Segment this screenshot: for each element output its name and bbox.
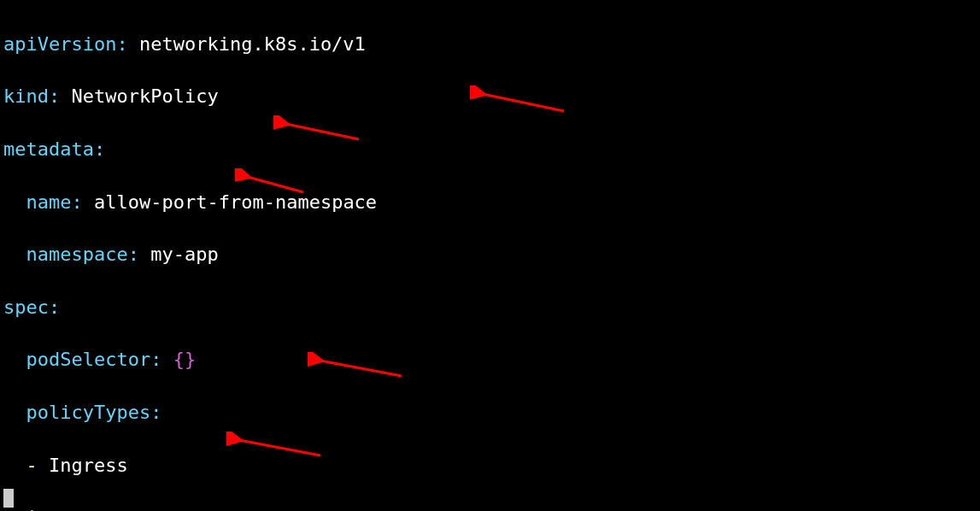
code-line: ingress: (3, 505, 980, 511)
code-line: name: allow-port-from-namespace (3, 190, 980, 216)
code-line: kind: NetworkPolicy (3, 84, 980, 110)
yaml-value: Ingress (49, 455, 128, 476)
code-line: - Ingress (3, 453, 980, 479)
yaml-key: kind (3, 85, 49, 107)
yaml-code-block: apiVersion: networking.k8s.io/v1 kind: N… (3, 5, 980, 511)
code-line: apiVersion: networking.k8s.io/v1 (3, 32, 980, 58)
yaml-key: podSelector (26, 349, 151, 370)
yaml-key: policyTypes (26, 402, 151, 423)
yaml-key: ingress (26, 507, 106, 511)
yaml-value: networking.k8s.io/v1 (139, 33, 366, 55)
yaml-key: spec (3, 297, 49, 318)
code-line: policyTypes: (3, 400, 980, 426)
yaml-key: namespace (26, 244, 128, 265)
yaml-key: name (26, 191, 72, 213)
yaml-value: NetworkPolicy (71, 85, 218, 107)
yaml-value: my-app (150, 244, 218, 265)
terminal-cursor (3, 489, 14, 508)
code-line: podSelector: {} (3, 347, 980, 373)
yaml-key: metadata (3, 138, 94, 160)
yaml-dash: - (26, 455, 38, 476)
yaml-key: apiVersion (3, 33, 116, 55)
code-line: spec: (3, 295, 980, 321)
code-line: namespace: my-app (3, 242, 980, 268)
yaml-value: allow-port-from-namespace (94, 191, 377, 213)
code-line: metadata: (3, 137, 980, 163)
yaml-value: {} (173, 349, 197, 370)
